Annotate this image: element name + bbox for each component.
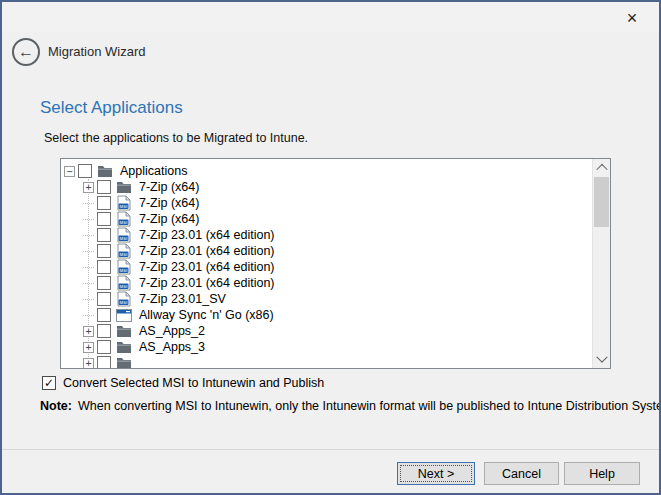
page-title: Select Applications [40,98,183,118]
msi-package-icon: MSI [116,259,132,275]
tree-row[interactable]: MSI7-Zip (x64) [61,195,593,211]
folder-icon [116,355,132,368]
tree-connector [83,266,94,268]
msi-package-icon: MSI [116,243,132,259]
expand-plus-icon[interactable]: + [83,182,94,193]
tree-row[interactable]: + [61,355,593,368]
tree-item-label[interactable]: 7-Zip 23.01 (x64 edition) [137,260,277,274]
footer: Next > Cancel Help [2,450,659,491]
next-button[interactable]: Next > [397,462,475,485]
note-text: When converting MSI to Intunewin, only t… [78,399,661,413]
applications-tree: −Applications+7-Zip (x64)MSI7-Zip (x64)M… [60,158,611,369]
tree-item-label[interactable]: 7-Zip (x64) [137,196,201,210]
tree-item-label[interactable]: 7-Zip 23.01 (x64 edition) [137,276,277,290]
tree-connector [83,234,94,236]
msi-package-icon: MSI [116,275,132,291]
convert-option-row: ✓ Convert Selected MSI to Intunewin and … [42,376,324,390]
title-bar: × [2,2,659,32]
tree-item-checkbox[interactable] [97,244,111,258]
back-arrow-icon[interactable]: ← [12,38,40,66]
msi-package-icon: MSI [116,291,132,307]
tree-item-checkbox[interactable] [97,196,111,210]
tree-rows-container: −Applications+7-Zip (x64)MSI7-Zip (x64)M… [61,159,593,368]
tree-item-checkbox[interactable] [97,276,111,290]
svg-text:MSI: MSI [120,284,128,289]
tree-item-checkbox[interactable] [97,212,111,226]
tree-connector [83,298,94,300]
tree-item-checkbox[interactable] [97,340,111,354]
wizard-title: Migration Wizard [48,44,146,59]
convert-checkbox[interactable]: ✓ [42,376,56,390]
tree-row[interactable]: +AS_Apps_2 [61,323,593,339]
folder-icon [116,323,132,339]
tree-row[interactable]: MSI7-Zip 23.01_SV [61,291,593,307]
svg-text:MSI: MSI [120,252,128,257]
tree-item-checkbox[interactable] [97,180,111,194]
svg-text:MSI: MSI [120,220,128,225]
tree-connector [83,218,94,220]
folder-icon [116,179,132,195]
msi-package-icon: MSI [116,211,132,227]
note-row: Note:When converting MSI to Intunewin, o… [40,399,661,413]
cancel-button[interactable]: Cancel [484,462,559,485]
svg-text:MSI: MSI [120,300,128,305]
tree-connector [83,282,94,284]
svg-text:MSI: MSI [120,268,128,273]
migration-wizard-window: × ← Migration Wizard Select Applications… [0,0,661,495]
tree-connector [83,202,94,204]
tree-row[interactable]: MSI7-Zip 23.01 (x64 edition) [61,227,593,243]
close-icon[interactable]: × [619,6,645,30]
svg-text:MSI: MSI [120,204,128,209]
tree-item-label[interactable]: 7-Zip (x64) [137,180,201,194]
tree-row[interactable]: MSI7-Zip 23.01 (x64 edition) [61,259,593,275]
expand-plus-icon[interactable]: + [83,326,94,337]
tree-item-label[interactable]: Applications [118,164,189,178]
folder-icon [116,339,132,355]
tree-item-checkbox[interactable] [97,228,111,242]
tree-item-checkbox[interactable] [97,260,111,274]
tree-row[interactable]: Allway Sync 'n' Go (x86) [61,307,593,323]
tree-item-label[interactable]: 7-Zip 23.01 (x64 edition) [137,244,277,258]
tree-row[interactable]: MSI7-Zip 23.01 (x64 edition) [61,243,593,259]
tree-item-checkbox[interactable] [97,324,111,338]
note-label: Note: [40,399,72,413]
convert-checkbox-label: Convert Selected MSI to Intunewin and Pu… [63,376,324,390]
tree-item-checkbox[interactable] [97,356,111,368]
tree-row[interactable]: +AS_Apps_3 [61,339,593,355]
expand-plus-icon[interactable]: + [83,358,94,369]
scroll-up-icon[interactable] [593,159,610,176]
tree-connector [83,250,94,252]
msi-package-icon: MSI [116,195,132,211]
tree-row[interactable]: +7-Zip (x64) [61,179,593,195]
tree-item-label[interactable]: 7-Zip 23.01_SV [137,292,228,306]
tree-scrollbar[interactable] [592,159,610,368]
tree-connector [83,314,94,316]
tree-item-checkbox[interactable] [78,164,92,178]
svg-text:MSI: MSI [120,236,128,241]
expand-plus-icon[interactable]: + [83,342,94,353]
tree-row[interactable]: MSI7-Zip 23.01 (x64 edition) [61,275,593,291]
tree-row[interactable]: −Applications [61,163,593,179]
tree-item-label[interactable]: AS_Apps_3 [137,340,207,354]
wizard-header: ← Migration Wizard [2,34,659,70]
scroll-down-icon[interactable] [593,351,610,368]
scrollbar-thumb[interactable] [594,177,609,227]
page-subtitle: Select the applications to be Migrated t… [44,131,308,145]
folder-icon [97,163,113,179]
tree-item-label[interactable]: 7-Zip (x64) [137,212,201,226]
tree-item-checkbox[interactable] [97,292,111,306]
msi-package-icon: MSI [116,227,132,243]
help-button[interactable]: Help [564,462,640,485]
tree-item-label[interactable]: Allway Sync 'n' Go (x86) [137,308,276,322]
tree-item-checkbox[interactable] [97,308,111,322]
collapse-minus-icon[interactable]: − [64,166,75,177]
app-window-icon [116,307,132,323]
tree-item-label[interactable]: 7-Zip 23.01 (x64 edition) [137,228,277,242]
tree-row[interactable]: MSI7-Zip (x64) [61,211,593,227]
tree-item-label[interactable]: AS_Apps_2 [137,324,207,338]
